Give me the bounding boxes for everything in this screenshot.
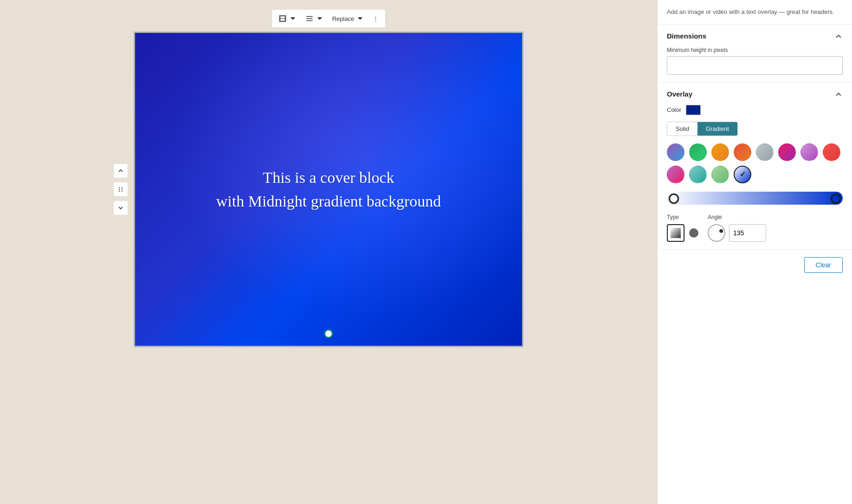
min-height-input[interactable] xyxy=(667,56,843,75)
overlay-title: Overlay xyxy=(667,90,692,98)
gradient-swatch-midnight[interactable]: ✓ xyxy=(734,166,751,183)
svg-point-6 xyxy=(119,187,120,188)
overlay-color-row: Color xyxy=(667,105,843,115)
gradient-swatch-mint[interactable] xyxy=(689,166,707,183)
gradient-swatch-red-orange[interactable] xyxy=(734,143,751,161)
gradient-slider-handle-left[interactable] xyxy=(669,194,679,204)
move-up-button[interactable] xyxy=(113,163,128,178)
clear-button[interactable]: Clear xyxy=(804,257,843,273)
tab-solid[interactable]: Solid xyxy=(667,122,697,136)
svg-rect-12 xyxy=(671,228,681,238)
cover-text-line2: with Midnight gradient background xyxy=(216,189,441,213)
overlay-toggle[interactable] xyxy=(834,90,843,98)
gradient-slider-track[interactable] xyxy=(667,192,843,205)
gradient-swatch-green[interactable] xyxy=(689,143,707,161)
dimensions-section: Dimensions Minimum height in pixels xyxy=(658,25,852,83)
editor-area: Replace ⋮ xyxy=(0,0,657,504)
sidebar-description: Add an image or video with a text overla… xyxy=(658,0,852,25)
clear-btn-row: Clear xyxy=(658,250,852,273)
align-icon xyxy=(305,14,314,23)
svg-point-9 xyxy=(122,189,123,190)
gradient-slider-handle-right[interactable] xyxy=(831,194,841,204)
swatch-container-10 xyxy=(689,166,707,183)
overlay-header: Overlay xyxy=(667,90,843,98)
svg-point-8 xyxy=(119,189,120,190)
gradient-slider-wrapper xyxy=(667,190,843,207)
swatch-container-5 xyxy=(756,143,774,161)
color-swatch[interactable] xyxy=(686,105,701,115)
dimensions-title: Dimensions xyxy=(667,32,706,40)
type-options xyxy=(667,224,698,242)
align-button[interactable] xyxy=(302,12,328,26)
more-options-button[interactable]: ⋮ xyxy=(369,13,382,25)
gradient-swatch-purple-pink[interactable] xyxy=(667,166,684,183)
gradient-swatch-orange[interactable] xyxy=(711,143,729,161)
chevron-up-icon xyxy=(117,168,124,174)
cover-text: This is a cover block with Midnight grad… xyxy=(216,166,441,213)
swatch-container-2 xyxy=(689,143,707,161)
drag-dots-icon xyxy=(117,186,124,193)
gradient-swatch-gray[interactable] xyxy=(756,143,774,161)
color-label: Color xyxy=(667,106,681,113)
type-column: Type xyxy=(667,214,698,242)
overlay-tab-group: Solid Gradient xyxy=(667,122,738,136)
gradient-swatch-light-purple[interactable] xyxy=(800,143,818,161)
sidebar: Add an image or video with a text overla… xyxy=(657,0,852,504)
swatch-container-6 xyxy=(778,143,796,161)
cover-text-line1: This is a cover block xyxy=(216,166,441,189)
replace-button[interactable]: Replace xyxy=(329,12,368,26)
type-angle-row: Type xyxy=(667,214,843,242)
block-toolbar: Replace ⋮ xyxy=(271,9,386,28)
swatch-container-7 xyxy=(800,143,818,161)
svg-point-7 xyxy=(122,187,123,188)
svg-point-11 xyxy=(122,191,123,192)
tab-gradient[interactable]: Gradient xyxy=(697,122,737,136)
swatch-container-12: ✓ xyxy=(734,166,751,183)
chevron-up-icon xyxy=(834,90,843,98)
min-height-label: Minimum height in pixels xyxy=(667,47,843,53)
chevron-down-icon xyxy=(117,205,124,211)
gradient-swatch-red[interactable] xyxy=(823,143,840,161)
swatch-container-3 xyxy=(711,143,729,161)
swatch-container-11 xyxy=(711,166,729,183)
type-label: Type xyxy=(667,214,698,220)
swatch-container-9 xyxy=(667,166,684,183)
overlay-section: Overlay Color Solid Gradient xyxy=(658,83,852,250)
type-linear-button[interactable] xyxy=(667,224,684,242)
cover-block-wrapper: This is a cover block with Midnight grad… xyxy=(134,32,523,347)
gradient-swatches: ✓ xyxy=(667,143,843,183)
gradient-swatch-green2[interactable] xyxy=(711,166,729,183)
replace-dropdown-icon xyxy=(356,14,364,23)
dimensions-toggle[interactable] xyxy=(834,32,843,40)
swatch-container-8 xyxy=(823,143,840,161)
angle-label: Angle xyxy=(708,214,766,220)
align-dropdown-icon xyxy=(316,14,324,23)
angle-dot xyxy=(719,228,724,233)
block-type-button[interactable] xyxy=(275,12,301,26)
angle-circle[interactable] xyxy=(708,224,725,242)
swatch-container-1 xyxy=(667,143,684,161)
gradient-swatch-pink-purple[interactable] xyxy=(778,143,796,161)
swatch-container-4 xyxy=(734,143,751,161)
type-radial-button[interactable] xyxy=(689,228,698,238)
dropdown-arrow-icon xyxy=(289,14,297,23)
cover-block[interactable]: This is a cover block with Midnight grad… xyxy=(134,32,523,347)
angle-column: Angle xyxy=(708,214,766,242)
gradient-swatch-purple-blue[interactable] xyxy=(667,143,684,161)
drag-handle-button[interactable] xyxy=(113,182,128,197)
chevron-up-icon xyxy=(834,32,843,40)
angle-number-input[interactable] xyxy=(729,224,766,242)
side-controls xyxy=(113,163,128,215)
cover-block-icon xyxy=(278,14,287,23)
svg-point-10 xyxy=(119,191,120,192)
selected-check-icon: ✓ xyxy=(735,167,750,182)
move-down-button[interactable] xyxy=(113,200,128,215)
angle-input-row xyxy=(708,224,766,242)
linear-gradient-icon xyxy=(671,228,681,238)
dimensions-header: Dimensions xyxy=(667,32,843,40)
cover-resize-handle[interactable] xyxy=(324,329,333,338)
